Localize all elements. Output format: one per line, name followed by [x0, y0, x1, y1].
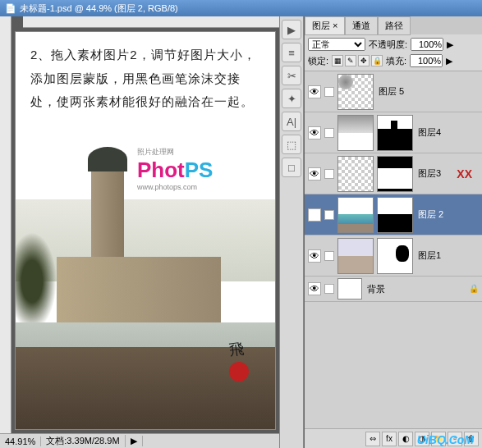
ruler-horizontal[interactable]	[23, 16, 279, 28]
tool-scissors-icon[interactable]: ✂	[282, 66, 301, 85]
lock-transparent-icon[interactable]: ▦	[332, 55, 343, 66]
psd-icon: 📄	[5, 3, 16, 14]
mask-thumb[interactable]	[377, 238, 413, 274]
layer-row[interactable]: 👁 图层3 XX	[305, 153, 482, 194]
link-toggle[interactable]	[324, 128, 334, 138]
layer-row[interactable]: 👁 图层4	[305, 112, 482, 153]
fill-input[interactable]	[410, 54, 443, 67]
status-bar: 44.91% 文档:3.39M/28.9M ▶	[0, 433, 279, 448]
visibility-toggle[interactable]: 👁	[308, 85, 321, 98]
opacity-label: 不透明度:	[369, 39, 407, 51]
visibility-toggle[interactable]: 👁	[308, 126, 321, 139]
layer-name[interactable]: 图层1	[416, 249, 479, 262]
lock-label: 锁定:	[308, 55, 328, 67]
main-area: 2、拖入素材图片2，调节好图片大小，添加图层蒙版，用黑色画笔涂沫交接处，使两张素…	[0, 16, 482, 448]
canvas-area: 2、拖入素材图片2，调节好图片大小，添加图层蒙版，用黑色画笔涂沫交接处，使两张素…	[0, 16, 279, 448]
layer-row[interactable]: 👁 背景 🔒	[305, 277, 482, 302]
zoom-level[interactable]: 44.91%	[0, 437, 41, 446]
layer-row[interactable]: 👁 图层 5	[305, 71, 482, 112]
layer-options: 正常 不透明度: ▶ 锁定: ▦ ✎ ✥ 🔒 填充: ▶	[305, 34, 482, 71]
opacity-input[interactable]	[411, 38, 443, 51]
layer-thumb[interactable]	[337, 74, 374, 110]
tool-column: ▶ ≡ ✂ ✦ A| ⬚ □	[279, 16, 304, 448]
tool-crop-icon[interactable]: ⬚	[282, 135, 301, 154]
lock-icon: 🔒	[469, 284, 479, 294]
layer-row[interactable]: 👁 图层1	[305, 235, 482, 277]
canvas-wrap: 2、拖入素材图片2，调节好图片大小，添加图层蒙版，用黑色画笔涂沫交接处，使两张素…	[11, 16, 279, 433]
layer-name[interactable]: 图层4	[416, 126, 479, 139]
tool-menu-icon[interactable]: ≡	[282, 43, 301, 62]
document-title: 未标题-1.psd @ 44.9% (图层 2, RGB/8)	[20, 2, 178, 15]
fill-arrow-icon[interactable]: ▶	[446, 56, 452, 66]
layer-thumb[interactable]	[337, 115, 374, 151]
tool-wand-icon[interactable]: ✦	[282, 89, 301, 108]
layer-thumb[interactable]	[337, 197, 374, 233]
visibility-toggle[interactable]: 👁	[308, 208, 321, 222]
xx-annotation: XX	[457, 167, 472, 181]
brand-ps: PS	[185, 158, 213, 182]
layer-thumb[interactable]	[337, 278, 362, 299]
visibility-toggle[interactable]: 👁	[308, 167, 321, 181]
opacity-arrow-icon[interactable]: ▶	[447, 39, 453, 50]
tool-move-icon[interactable]: ▶	[282, 20, 301, 39]
mask-thumb[interactable]	[377, 197, 413, 233]
status-arrow[interactable]: ▶	[126, 436, 143, 446]
composite-image: 飛	[16, 199, 275, 429]
document-canvas[interactable]: 2、拖入素材图片2，调节好图片大小，添加图层蒙版，用黑色画笔涂沫交接处，使两张素…	[15, 31, 276, 430]
link-toggle[interactable]	[324, 251, 334, 261]
panel-tabs: 图层 × 通道 路径	[305, 16, 482, 34]
visibility-toggle[interactable]: 👁	[308, 249, 321, 263]
lock-move-icon[interactable]: ✥	[358, 55, 370, 66]
instruction-text: 2、拖入素材图片2，调节好图片大小，添加图层蒙版，用黑色画笔涂沫交接处，使两张素…	[16, 32, 275, 121]
brand-phot: Phot	[137, 158, 185, 182]
link-toggle[interactable]	[324, 284, 334, 294]
mask-icon[interactable]: ◐	[398, 432, 413, 446]
layer-name[interactable]: 图层 2	[416, 208, 479, 221]
link-toggle[interactable]	[324, 210, 334, 220]
lock-all-icon[interactable]: 🔒	[371, 55, 383, 66]
ruler-vertical[interactable]	[0, 16, 11, 433]
mask-thumb[interactable]	[377, 156, 413, 192]
watermark: UiBQ.CoM	[417, 433, 474, 446]
blend-mode-select[interactable]: 正常	[308, 38, 365, 51]
fill-label: 填充:	[386, 55, 406, 67]
layers-panel: 图层 × 通道 路径 正常 不透明度: ▶ 锁定: ▦ ✎ ✥ 🔒 填充:	[304, 16, 482, 448]
brand-tag: 照片处理网	[137, 147, 213, 158]
tool-rect-icon[interactable]: □	[282, 158, 301, 177]
layer-thumb[interactable]	[337, 238, 374, 274]
seal-stamp: 飛	[229, 339, 259, 388]
layers-list: 👁 图层 5 👁 图层4 👁 图层3 XX	[305, 71, 482, 428]
visibility-toggle[interactable]: 👁	[308, 282, 321, 295]
photops-logo: 照片处理网 PhotPS www.photops.com	[137, 147, 213, 191]
brand-url: www.photops.com	[137, 183, 213, 191]
fx-icon[interactable]: fx	[382, 432, 397, 446]
tab-layers[interactable]: 图层 ×	[305, 16, 345, 35]
layer-row[interactable]: 👁 图层 2	[305, 194, 482, 235]
mask-thumb[interactable]	[377, 115, 413, 151]
canvas-top: 2、拖入素材图片2，调节好图片大小，添加图层蒙版，用黑色画笔涂沫交接处，使两张素…	[0, 16, 279, 433]
tool-type-icon[interactable]: A|	[282, 112, 301, 131]
layer-name[interactable]: 背景	[365, 283, 466, 295]
lock-paint-icon[interactable]: ✎	[345, 55, 356, 66]
layer-thumb[interactable]	[337, 156, 374, 192]
layer-name[interactable]: 图层 5	[377, 85, 479, 98]
tab-paths[interactable]: 路径	[378, 16, 411, 35]
link-toggle[interactable]	[324, 169, 334, 179]
tab-channels[interactable]: 通道	[345, 16, 378, 35]
link-layers-icon[interactable]: ⇔	[365, 432, 380, 446]
link-toggle[interactable]	[324, 87, 334, 97]
title-bar: 📄 未标题-1.psd @ 44.9% (图层 2, RGB/8)	[0, 0, 482, 16]
doc-size[interactable]: 文档:3.39M/28.9M	[41, 435, 125, 447]
